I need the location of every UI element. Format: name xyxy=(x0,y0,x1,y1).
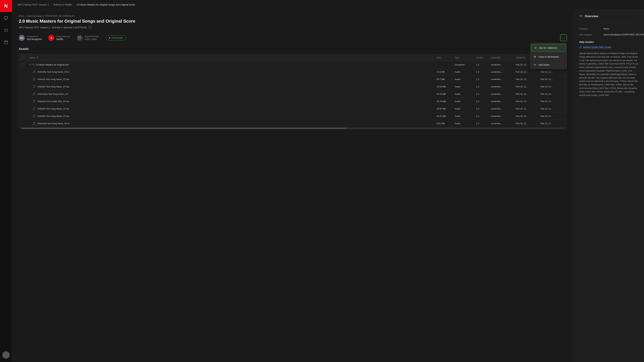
th-name: Name ⇅ xyxy=(30,56,435,59)
th-type: Type xyxy=(455,56,475,59)
table-row[interactable]: 🎵 204m01 Test Song Name_ST.wa 56.7 MB Au… xyxy=(19,76,567,83)
category-label: Category xyxy=(579,27,601,30)
row-name-cell: 🎵 204m03 Test Song Name_ST.wa xyxy=(32,107,435,110)
row-name-text: 204m05a Test Song Name_ST.w xyxy=(38,71,69,73)
subcategory-value: asset.subcategory.COMPOSER_DELIVERABLES xyxy=(604,33,644,36)
more-dots: ··· xyxy=(562,36,566,40)
overview-header: Overview xyxy=(579,14,639,22)
th-checkbox xyxy=(22,56,28,59)
row-version: 1.3 xyxy=(476,71,490,73)
subtitle-episode: Episode 4: Episode 3 (81579183) xyxy=(52,26,87,29)
row-size: 9.81 MB xyxy=(436,122,453,125)
subcategory-label: Sub category xyxy=(579,33,601,36)
table-row[interactable]: 🎵 204m03 Test Song Name_ST.wa 15.97 MB A… xyxy=(19,105,567,113)
sidebar-item-folder[interactable] xyxy=(0,24,12,36)
audio-icon: 🎵 xyxy=(32,92,36,96)
table-scrollbar[interactable] xyxy=(19,127,567,129)
info-icon[interactable]: i xyxy=(88,26,92,29)
row-type: Audio xyxy=(455,100,475,103)
row-type: Audio xyxy=(455,85,475,88)
row-updated-on: Feb 10, 12... xyxy=(540,122,564,125)
processed-label: Processed xyxy=(112,36,122,39)
sidebar: N xyxy=(0,0,12,362)
table-row[interactable]: 🎵 204m02ab Test Song Name_ST. 55.78 MB A… xyxy=(19,90,567,98)
add-notes-icon: ✎ xyxy=(533,63,536,66)
row-name-cell: 🎵 204m02ab Test Song Name_ST. xyxy=(32,92,435,96)
row-checkbox-cell xyxy=(22,63,28,66)
row-added-by: contenthu... xyxy=(491,85,514,88)
asset-meta: Music - asset.subcategory.COMPOSER_DELIV… xyxy=(19,15,567,17)
help-guides-section: Help Guides Netflix Partner Help Center … xyxy=(579,40,639,97)
app-logo[interactable]: N xyxy=(0,0,12,12)
table-row[interactable]: ▾ ≡ 2.0 Music Masters for Original Son -… xyxy=(19,61,567,68)
assigned-value: Not Assigned xyxy=(27,38,42,40)
right-panel: Overview Category Music Sub category ass… xyxy=(574,9,644,362)
sort-icon[interactable]: ⇅ xyxy=(36,56,38,59)
add-notes-menu-item[interactable]: ✎ Add Notes xyxy=(530,61,567,69)
row-name-cell: 🎵 204m06 End Credits S02_ST.wa xyxy=(32,100,435,103)
row-added-by: contenthu... xyxy=(491,108,514,110)
main-area: NPS Training TEST: Season 2 / Delivery t… xyxy=(12,0,644,362)
assigned-status: NA Assigned to Not Assigned xyxy=(19,35,42,41)
help-guides-title: Help Guides xyxy=(579,40,639,43)
row-updated-on: Feb 10, 12... xyxy=(540,85,564,88)
row-name-cell: 🎵 204m01 Test Song Name_ST.wa xyxy=(32,78,435,81)
row-added-by: contenthu... xyxy=(491,63,514,66)
row-name-text: 204m06 End Credits S02_ST.wa xyxy=(38,100,69,103)
table-row[interactable]: 🎵 204m05 Test Song Name_ST.wa 33.37 MB A… xyxy=(19,113,567,120)
row-added-on: Feb 10, 12... xyxy=(516,122,539,125)
folder-stack-icon: ≡ xyxy=(32,63,34,66)
expand-icon[interactable]: ▾ xyxy=(30,63,31,66)
scroll-thumb xyxy=(22,128,347,129)
audio-icon: 🎵 xyxy=(32,115,36,118)
audio-icon: 🎵 xyxy=(32,70,36,73)
row-size: 33.37 MB xyxy=(436,115,453,117)
breadcrumb-season[interactable]: NPS Training TEST: Season 2 xyxy=(18,3,49,6)
audio-icon: 🎵 xyxy=(32,122,36,125)
row-size: - xyxy=(436,63,453,66)
table-row[interactable]: 🎵 204m02b Test Song Name_ST.w 9.81 MB Au… xyxy=(19,120,567,127)
table-row[interactable]: 🎵 204m06 End Credits S02_ST.wa 45.79 MB … xyxy=(19,98,567,105)
table-row[interactable]: 🎵 204m04 Test Song Name_ST.wa 23.03 MB A… xyxy=(19,83,567,90)
expected-value[interactable]: Add a date xyxy=(85,38,99,40)
header-checkbox[interactable] xyxy=(22,56,24,59)
assigned-info: Assigned to Not Assigned xyxy=(27,35,42,40)
th-size: Size xyxy=(436,56,453,59)
th-version: Version xyxy=(476,56,490,59)
copy-workspace-menu-item[interactable]: ⧉ Copy to Workspace xyxy=(530,53,567,61)
row-added-on: Feb 10, 12... xyxy=(516,93,539,95)
row-name-cell: 🎵 204m05a Test Song Name_ST.w xyxy=(32,70,435,73)
breadcrumb-bar: NPS Training TEST: Season 2 / Delivery t… xyxy=(12,0,644,9)
sidebar-item-calendar[interactable] xyxy=(0,36,12,48)
row-added-by: contenthu... xyxy=(491,122,514,125)
row-name-text: 204m03 Test Song Name_ST.wa xyxy=(38,108,69,110)
th-name-label: Name xyxy=(30,56,36,59)
row-name-text: 204m01 Test Song Name_ST.wa xyxy=(38,78,69,81)
row-name-cell: 🎵 204m02b Test Song Name_ST.w xyxy=(32,122,435,125)
row-checkbox[interactable] xyxy=(22,63,24,66)
redelivery-menu-item[interactable]: ↺ Ask for redelivery xyxy=(531,44,566,52)
user-avatar[interactable] xyxy=(2,351,10,359)
table-row[interactable]: 🎵 204m05a Test Song Name_ST.w 22.8 MB Au… xyxy=(19,68,567,76)
calendar-icon xyxy=(77,35,83,41)
category-field: Category Music xyxy=(579,27,639,30)
overview-title: Overview xyxy=(585,14,598,18)
row-added-by: contenthu... xyxy=(491,115,514,117)
breadcrumb-delivery[interactable]: Delivery to Netflix xyxy=(54,3,72,6)
more-options-button[interactable]: ··· xyxy=(560,34,567,41)
row-added-on: Feb 10, 12... xyxy=(516,78,539,81)
audio-icon: 🎵 xyxy=(32,85,36,88)
row-size: 23.03 MB xyxy=(436,85,453,88)
redelivery-icon: ↺ xyxy=(534,46,537,50)
assigned-label: Assigned to xyxy=(27,35,42,38)
row-name-text: 204m05 Test Song Name_ST.wa xyxy=(38,115,69,117)
category-value: Music xyxy=(604,27,639,30)
row-size: 56.7 MB xyxy=(436,78,453,81)
row-name-text: 2.0 Music Masters for Original Son xyxy=(36,63,69,66)
requested-status: N Requested by Netflix xyxy=(48,35,70,41)
help-center-link[interactable]: Netflix Partner Help Center xyxy=(579,46,639,48)
breadcrumb-current: 2.0 Music Masters for Original Songs and… xyxy=(76,3,135,6)
row-added-by: contenthu... xyxy=(491,100,514,103)
sidebar-item-monitor[interactable] xyxy=(0,12,12,24)
processed-badge: Processed xyxy=(106,35,126,40)
